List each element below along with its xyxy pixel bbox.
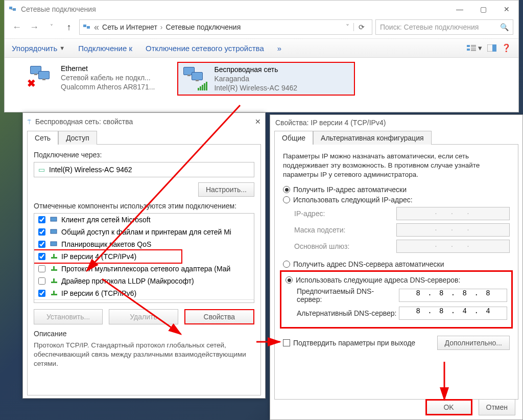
close-button[interactable]: ✕ xyxy=(495,2,518,17)
component-row[interactable]: IP версии 6 (TCP/IPv6) xyxy=(34,287,254,299)
connection-ethernet[interactable]: ✖ Ethernet Сетевой кабель не подкл... Qu… xyxy=(25,62,157,96)
nav-back-button[interactable]: ← xyxy=(10,20,24,34)
install-button[interactable]: Установить... xyxy=(34,309,103,324)
dns-alternate-field[interactable]: 8 . 8 . 4 . 4 xyxy=(399,307,507,320)
refresh-button[interactable]: ⟳ xyxy=(353,23,369,31)
minimize-button[interactable]: — xyxy=(448,2,471,17)
component-label: Протокол мультиплексора сетевого адаптер… xyxy=(61,265,230,273)
ip-address-label: IP-адрес: xyxy=(294,209,396,218)
tab-alternate[interactable]: Альтернативная конфигурация xyxy=(313,131,431,145)
connection-wireless[interactable]: Беспроводная сеть Karaganda Intel(R) Wir… xyxy=(177,62,355,96)
component-row[interactable]: Драйвер протокола LLDP (Майкрософт) xyxy=(34,275,254,287)
radio-dns-manual[interactable]: Использовать следующие адреса DNS-сервер… xyxy=(286,276,507,284)
signal-bars-icon xyxy=(198,82,207,90)
dialog-title: Свойства: IP версии 4 (TCP/IPv4) xyxy=(275,119,386,127)
component-checkbox[interactable] xyxy=(38,265,45,272)
toolbar-connect-to[interactable]: Подключение к xyxy=(78,44,132,53)
component-label: Общий доступ к файлам и принтерам для се… xyxy=(61,228,231,236)
radio-ip-manual[interactable]: Использовать следующий IP-адрес: xyxy=(283,196,510,204)
cancel-button[interactable]: Отмен xyxy=(479,399,515,415)
toolbar-more[interactable]: » xyxy=(277,44,281,53)
nav-forward-button[interactable]: → xyxy=(27,20,41,34)
ip-address-field: . . . xyxy=(396,207,510,220)
nav-history-chevron[interactable]: ˅ xyxy=(44,20,59,34)
radio-dns-auto[interactable]: Получить адрес DNS-сервера автоматически xyxy=(283,260,510,268)
component-label: Планировщик пакетов QoS xyxy=(61,240,151,248)
connect-via-label: Подключение через: xyxy=(34,151,254,159)
toolbar: Упорядочить▼ Подключение к Отключение се… xyxy=(5,38,518,58)
adapter-name: Intel(R) Wireless-AC 9462 xyxy=(49,166,132,174)
dns-preferred-field[interactable]: 8 . 8 . 8 . 8 xyxy=(399,289,507,302)
component-checkbox[interactable] xyxy=(38,253,45,260)
component-checkbox[interactable] xyxy=(38,216,45,223)
confirm-on-exit-checkbox[interactable]: Подтвердить параметры при выходе xyxy=(283,339,415,347)
breadcrumb-dropdown-icon[interactable]: ˅ xyxy=(346,23,349,31)
help-button[interactable]: ❓ xyxy=(502,43,511,53)
subnet-field: . . . xyxy=(396,223,510,237)
breadcrumb-bar[interactable]: « Сеть и Интернет › Сетевые подключения … xyxy=(79,19,372,35)
dns-preferred-label: Предпочитаемый DNS-сервер: xyxy=(297,287,399,304)
connection-name: Ethernet xyxy=(61,64,155,73)
tab-general[interactable]: Общие xyxy=(274,131,313,145)
component-label: Клиент для сетей Microsoft xyxy=(61,216,151,224)
titlebar[interactable]: Сетевые подключения — ▢ ✕ xyxy=(5,1,518,18)
radio-on-icon xyxy=(286,276,293,284)
tab-network[interactable]: Сеть xyxy=(27,131,58,145)
component-checkbox[interactable] xyxy=(38,277,45,285)
svg-rect-4 xyxy=(87,26,90,29)
toolbar-disable-device[interactable]: Отключение сетевого устройства xyxy=(146,44,264,53)
component-row[interactable]: Протокол мультиплексора сетевого адаптер… xyxy=(34,263,254,275)
component-row[interactable]: Общий доступ к файлам и принтерам для се… xyxy=(34,226,254,238)
connection-adapter: Intel(R) Wireless-AC 9462 xyxy=(214,83,297,92)
component-checkbox[interactable] xyxy=(38,241,45,248)
svg-rect-15 xyxy=(51,242,57,246)
preview-pane-button[interactable] xyxy=(487,43,496,53)
protocol-icon xyxy=(50,290,58,297)
remove-button[interactable]: Удалить xyxy=(109,309,178,324)
radio-ip-auto[interactable]: Получить IP-адрес автоматически xyxy=(283,185,510,194)
search-input[interactable]: Поиск: Сетевые подключения 🔍 xyxy=(375,19,513,35)
horizontal-scrollbar[interactable]: ‹› xyxy=(34,299,254,303)
properties-button[interactable]: Свойства xyxy=(184,309,254,324)
search-icon[interactable]: 🔍 xyxy=(500,23,509,31)
toolbar-organize[interactable]: Упорядочить▼ xyxy=(12,44,65,53)
breadcrumb-seg-1[interactable]: Сеть и Интернет xyxy=(102,23,157,31)
configure-button[interactable]: Настроить... xyxy=(198,182,254,197)
component-checkbox[interactable] xyxy=(38,228,45,236)
gateway-field: . . . xyxy=(396,240,510,253)
component-checkbox[interactable] xyxy=(38,290,45,297)
radio-off-icon xyxy=(283,261,290,268)
components-list[interactable]: Клиент для сетей MicrosoftОбщий доступ к… xyxy=(34,213,254,303)
component-row[interactable]: Клиент для сетей Microsoft xyxy=(34,214,254,226)
radio-on-icon xyxy=(283,186,290,193)
checkbox-empty-icon xyxy=(283,339,290,346)
search-placeholder: Поиск: Сетевые подключения xyxy=(380,23,479,31)
tab-access[interactable]: Доступ xyxy=(58,131,97,145)
nav-up-button[interactable]: ↑ xyxy=(62,20,76,34)
maximize-button[interactable]: ▢ xyxy=(471,2,495,17)
breadcrumb-seg-2[interactable]: Сетевые подключения xyxy=(166,23,241,31)
components-label: Отмеченные компоненты используются этим … xyxy=(34,202,254,210)
dialog-titlebar[interactable]: ⍑ Беспроводная сеть: свойства ✕ xyxy=(23,113,265,130)
monitor-icon xyxy=(50,241,58,248)
wireless-icon xyxy=(180,65,210,90)
protocol-icon xyxy=(50,277,58,285)
intro-text: Параметры IP можно назначать автоматичес… xyxy=(283,152,510,179)
protocol-icon xyxy=(50,253,58,260)
ok-button[interactable]: OK xyxy=(425,399,472,415)
svg-rect-14 xyxy=(51,229,57,234)
component-label: IP версии 6 (TCP/IPv6) xyxy=(61,289,136,297)
view-options-button[interactable]: ▾ xyxy=(467,43,482,53)
component-row[interactable]: IP версии 4 (TCP/IPv4) xyxy=(34,250,254,263)
dialog-titlebar[interactable]: Свойства: IP версии 4 (TCP/IPv4) xyxy=(270,115,522,130)
advanced-button[interactable]: Дополнительно... xyxy=(437,336,510,350)
close-button[interactable]: ✕ xyxy=(255,118,261,126)
description-label: Описание xyxy=(34,330,254,338)
connection-name: Беспроводная сеть xyxy=(214,65,297,74)
component-row[interactable]: Планировщик пакетов QoS xyxy=(34,238,254,250)
svg-rect-3 xyxy=(83,25,86,27)
svg-rect-21 xyxy=(53,278,55,282)
connection-adapter: Qualcomm Atheros AR8171... xyxy=(61,82,155,91)
window-title: Сетевые подключения xyxy=(21,5,96,13)
svg-rect-5 xyxy=(467,45,470,47)
